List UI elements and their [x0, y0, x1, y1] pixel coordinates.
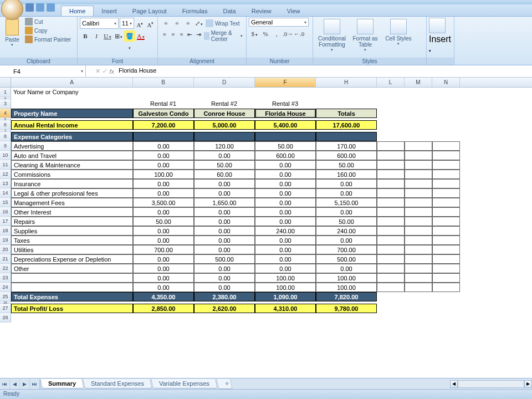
cell[interactable]: [405, 99, 432, 109]
cell[interactable]: Totals: [316, 109, 377, 118]
next-sheet-button[interactable]: ▶: [20, 379, 30, 389]
cell[interactable]: 0.00: [255, 179, 316, 188]
cell[interactable]: [11, 283, 133, 292]
cell[interactable]: 4,350.00: [133, 292, 194, 301]
cell[interactable]: 0.00: [133, 283, 194, 292]
worksheet-grid[interactable]: A B D F H L M N 1Your Name or Company23R…: [0, 78, 532, 376]
align-left-button[interactable]: ≡: [160, 29, 168, 40]
cell[interactable]: Galveston Condo: [133, 109, 194, 118]
cell[interactable]: 500.00: [194, 254, 255, 264]
font-size-combo[interactable]: 11: [120, 18, 134, 29]
cell[interactable]: [405, 236, 432, 245]
cell[interactable]: 5,400.00: [255, 120, 316, 130]
cell[interactable]: [432, 198, 460, 207]
undo-icon[interactable]: [36, 3, 44, 12]
cell[interactable]: [432, 188, 460, 198]
prev-sheet-button[interactable]: ◀: [10, 379, 20, 389]
cell[interactable]: [316, 313, 377, 323]
ribbon-tab-home[interactable]: Home: [61, 6, 94, 16]
cell[interactable]: 100.00: [255, 283, 316, 292]
merge-center-button[interactable]: Merge & Center: [203, 29, 244, 43]
col-header[interactable]: F: [255, 78, 316, 87]
cell[interactable]: 0.00: [316, 188, 377, 198]
inc-indent-button[interactable]: ⇥: [194, 29, 202, 40]
cell[interactable]: [377, 254, 405, 264]
cell[interactable]: [11, 273, 133, 283]
ribbon-tab-review[interactable]: Review: [244, 6, 279, 16]
insert-cells-button[interactable]: Insert: [429, 18, 453, 54]
cell[interactable]: [377, 217, 405, 226]
cell[interactable]: [377, 292, 405, 301]
row-header[interactable]: 19: [0, 236, 11, 245]
cell[interactable]: [432, 170, 460, 179]
cell[interactable]: [133, 313, 194, 323]
row-header[interactable]: 3: [0, 99, 11, 109]
cell[interactable]: [316, 88, 377, 97]
cell[interactable]: 50.00: [316, 160, 377, 170]
cut-button[interactable]: Cut: [25, 18, 71, 25]
row-header[interactable]: 10: [0, 151, 11, 160]
cell[interactable]: 50.00: [133, 217, 194, 226]
cell[interactable]: [377, 283, 405, 292]
cell[interactable]: 0.00: [133, 226, 194, 236]
cell[interactable]: [11, 99, 133, 109]
cell[interactable]: [405, 245, 432, 254]
cell[interactable]: 3,500.00: [133, 198, 194, 207]
cell[interactable]: 0.00: [255, 160, 316, 170]
cell[interactable]: [432, 88, 460, 97]
shrink-font-button[interactable]: A▾: [146, 18, 155, 29]
cell[interactable]: 0.00: [255, 236, 316, 245]
cell[interactable]: 0.00: [133, 273, 194, 283]
cell[interactable]: 0.00: [133, 160, 194, 170]
cell[interactable]: 100.00: [133, 170, 194, 179]
ribbon-tab-formulas[interactable]: Formulas: [175, 6, 216, 16]
cell[interactable]: 700.00: [316, 245, 377, 254]
bold-button[interactable]: B: [80, 30, 91, 42]
cell[interactable]: Total Expenses: [11, 292, 133, 301]
scroll-left-button[interactable]: ◀: [450, 380, 458, 388]
cell[interactable]: 0.00: [194, 245, 255, 254]
cell[interactable]: 170.00: [316, 141, 377, 151]
cell[interactable]: [377, 151, 405, 160]
cell[interactable]: 0.00: [133, 141, 194, 151]
cell[interactable]: [377, 236, 405, 245]
cell[interactable]: [377, 109, 405, 118]
cell[interactable]: Florida House: [255, 109, 316, 118]
cell[interactable]: Auto and Travel: [11, 151, 133, 160]
cell[interactable]: [405, 188, 432, 198]
cell[interactable]: 0.00: [316, 207, 377, 217]
cell[interactable]: 60.00: [194, 170, 255, 179]
cell[interactable]: Supplies: [11, 226, 133, 236]
paste-button[interactable]: Paste ▾: [2, 18, 22, 53]
cell[interactable]: Commissions: [11, 170, 133, 179]
format-painter-button[interactable]: Format Painter: [25, 35, 71, 43]
number-format-combo[interactable]: General: [249, 18, 309, 27]
cell[interactable]: [432, 264, 460, 273]
cell[interactable]: [194, 88, 255, 97]
h-scrollbar[interactable]: ◀ ▶: [232, 380, 532, 388]
cell[interactable]: 0.00: [255, 198, 316, 207]
row-header[interactable]: 8: [0, 132, 11, 141]
row-header[interactable]: 17: [0, 217, 11, 226]
wrap-text-button[interactable]: Wrap Text: [204, 18, 241, 29]
border-button[interactable]: ⊞: [113, 30, 124, 42]
cell-styles-button[interactable]: Cell Styles: [382, 18, 415, 52]
scroll-track[interactable]: [458, 380, 524, 388]
cell[interactable]: [432, 304, 460, 313]
row-header[interactable]: 22: [0, 264, 11, 273]
cell[interactable]: 0.00: [194, 188, 255, 198]
cell[interactable]: [405, 160, 432, 170]
align-top-button[interactable]: ≡: [160, 18, 171, 29]
cell[interactable]: [405, 254, 432, 264]
cell[interactable]: 2,380.00: [194, 292, 255, 301]
comma-button[interactable]: ,: [271, 28, 282, 39]
cell[interactable]: [194, 132, 255, 141]
row-header[interactable]: 20: [0, 245, 11, 254]
cell[interactable]: Conroe House: [194, 109, 255, 118]
cell[interactable]: [432, 283, 460, 292]
enter-icon[interactable]: ✓: [102, 68, 107, 75]
cell[interactable]: [405, 151, 432, 160]
cell[interactable]: 100.00: [316, 283, 377, 292]
ribbon-tab-insert[interactable]: Insert: [94, 6, 125, 16]
cell[interactable]: 5,000.00: [194, 120, 255, 130]
